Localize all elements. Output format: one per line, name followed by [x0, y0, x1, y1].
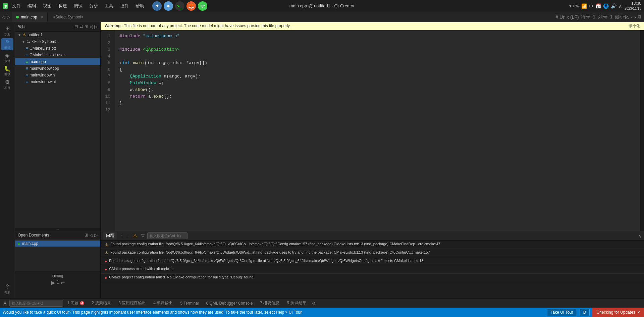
collapse-icon[interactable]: ◁: [90, 24, 93, 29]
sync-icon[interactable]: ⇄: [79, 24, 83, 29]
problems-warn-icon[interactable]: ⚠: [132, 232, 139, 239]
error-icon-3: ●: [105, 267, 107, 272]
tree-cmakelists-user[interactable]: ≡ CMakeLists.txt.user: [15, 52, 100, 58]
tree-mainwindow-ui[interactable]: ≡ mainwindow.ui: [15, 78, 100, 85]
tree-filesystem[interactable]: ▼ 🗂 <File System>: [15, 38, 100, 45]
panel-divider[interactable]: [15, 228, 100, 231]
menu-view[interactable]: 视图: [40, 2, 54, 10]
tab-minimize[interactable]: 最小化: [615, 14, 629, 20]
bottom-tab-appout[interactable]: 3 应用程序输出: [115, 299, 149, 307]
menu-build[interactable]: 构建: [56, 2, 70, 10]
status-message: Would you like to take a quick UI tour? …: [3, 310, 544, 315]
tree-main-cpp[interactable]: ≡ main.cpp: [15, 58, 100, 65]
expand-panel-icon[interactable]: ▷: [94, 24, 98, 29]
code-line-3: #include <QApplication>: [119, 46, 636, 53]
sidebar-item-edit[interactable]: ✎ 编辑: [1, 38, 13, 50]
kde-icon[interactable]: ✦: [152, 1, 162, 11]
warn-icon-0: ⚠: [105, 242, 108, 248]
tab-main-cpp[interactable]: main.cpp ×: [12, 12, 48, 22]
network-icon[interactable]: 📶: [581, 3, 587, 9]
code-line-5: ▼ int main (int argc, char *argv[]): [119, 60, 636, 66]
sidebar-item-help[interactable]: ? 帮助: [1, 283, 13, 295]
open-doc-main-cpp[interactable]: ≡ main.cpp: [15, 241, 100, 247]
settings-icon[interactable]: ⚙: [589, 3, 593, 9]
project-icon: ⚙: [5, 79, 10, 85]
qt-creator-icon[interactable]: Qt: [198, 1, 207, 11]
tab-prev[interactable]: ‹: [631, 14, 633, 20]
open-docs-collapse-icon[interactable]: ◁: [90, 232, 93, 237]
sidebar-item-welcome[interactable]: ⊞ 欢迎: [1, 25, 13, 37]
problems-badge: 3: [80, 301, 85, 305]
problems-tab-issues[interactable]: 问题: [103, 232, 117, 240]
bottom-tab-qml[interactable]: 6 QML Debugger Console: [203, 300, 256, 307]
close-notification-btn[interactable]: ×: [637, 310, 640, 315]
debug-stop-btn[interactable]: ↩: [60, 279, 65, 286]
volume-icon[interactable]: 🔊: [611, 3, 616, 9]
bottom-tab-problems[interactable]: 1 问题 3: [64, 299, 88, 307]
blue-circle-icon[interactable]: ●: [164, 1, 173, 11]
problem-row-2[interactable]: ● Found package configuration file: /opt…: [101, 257, 644, 266]
sidebar-item-debug[interactable]: 🐛 调试: [1, 65, 13, 77]
open-docs-expand-icon[interactable]: ▷: [94, 232, 98, 237]
problems-filter-icon[interactable]: ▽: [140, 232, 146, 239]
menu-tools[interactable]: 工具: [102, 2, 116, 10]
bottom-tab-settings[interactable]: ⚙: [312, 301, 316, 306]
sidebar-item-design[interactable]: ◈ 设计: [1, 52, 13, 64]
bottom-tab-terminal[interactable]: 5 Terminal: [177, 300, 202, 307]
tab-close-btn[interactable]: ×: [41, 14, 43, 20]
minimize-warning-btn[interactable]: 最小化: [629, 23, 640, 29]
project-tree: ▼ ⚠ untitled1 ▼ 🗂 <File System> ≡ CMakeL…: [15, 32, 100, 228]
problems-sort-desc[interactable]: ↓: [126, 232, 131, 239]
calendar-icon[interactable]: 📅: [595, 3, 601, 9]
mainwindow-h-icon: ≡: [26, 73, 28, 77]
bottom-tab-summary[interactable]: 7 概要信息: [257, 299, 283, 307]
activity-bar: ⊞ 欢迎 ✎ 编辑 ◈ 设计 🐛 调试 ⚙ 项目 ? 帮助: [0, 22, 15, 298]
browser-icon[interactable]: 🌐: [603, 3, 609, 9]
problem-row-3[interactable]: ● CMake process exited with exit code 1.: [101, 265, 644, 274]
filter-projects-icon[interactable]: ⊟: [74, 24, 78, 29]
tree-mainwindow-h[interactable]: ≡ mainwindow.h: [15, 72, 100, 78]
menu-edit[interactable]: 编辑: [25, 2, 39, 10]
nav-back[interactable]: ◁: [2, 14, 5, 19]
menu-debug[interactable]: 调试: [71, 2, 85, 10]
mainwindow-ui-icon: ≡: [26, 80, 28, 84]
tree-mainwindow-cpp[interactable]: ≡ mainwindow.cpp: [15, 65, 100, 72]
problems-filter-input[interactable]: [147, 232, 187, 239]
tab-split[interactable]: ⧉: [638, 14, 641, 20]
goto-input[interactable]: [9, 300, 63, 307]
menu-help[interactable]: 帮助: [133, 2, 147, 10]
problem-row-1[interactable]: ⚠ Found package configuration file: /opt…: [101, 249, 644, 257]
problem-text-4: CMake project configuration failed. No C…: [109, 275, 640, 280]
problem-row-4[interactable]: ● CMake project configuration failed. No…: [101, 274, 644, 282]
code-editor[interactable]: #include "mainwindow.h" #include <QAppli…: [115, 30, 640, 231]
add-subproject-icon[interactable]: ⊞: [85, 24, 88, 29]
nav-forward[interactable]: ▷: [7, 14, 10, 19]
problems-close-btn[interactable]: ∧: [638, 233, 641, 239]
bottom-tab-compile[interactable]: 4 编译输出: [150, 299, 176, 307]
take-tour-button[interactable]: Take UI Tour: [547, 309, 577, 316]
fold-arrow[interactable]: ▼: [119, 61, 121, 66]
tree-cmakelists[interactable]: ≡ CMakeLists.txt: [15, 45, 100, 52]
select-symbol-area[interactable]: <Select Symbol>: [48, 12, 89, 22]
clock: 13:30 2023/11/18: [625, 1, 641, 11]
tree-root[interactable]: ▼ ⚠ untitled1: [15, 32, 100, 38]
sidebar-item-project[interactable]: ⚙ 项目: [1, 78, 13, 91]
ln-8: 8: [101, 80, 112, 87]
debug-play-btn[interactable]: ▶: [51, 279, 55, 286]
open-docs-add-icon[interactable]: ⊞: [85, 232, 88, 237]
problem-row-0[interactable]: ⚠ Found package configuration file: /opt…: [101, 241, 644, 249]
terminal-icon[interactable]: >_: [175, 1, 184, 11]
bottom-tab-search[interactable]: 2 搜索结果: [88, 299, 114, 307]
debug-step-over-btn[interactable]: ⤵: [56, 279, 59, 286]
tab-next[interactable]: ›: [634, 14, 636, 20]
bottom-tab-test[interactable]: 9 测试结果: [284, 299, 310, 307]
menu-file[interactable]: 文件: [9, 2, 23, 10]
dismiss-button[interactable]: D: [580, 309, 590, 316]
problems-sort-asc[interactable]: ↑: [119, 232, 124, 239]
menu-analyze[interactable]: 分析: [87, 2, 101, 10]
chevron-icon[interactable]: ∧: [619, 3, 622, 9]
scroll-bar[interactable]: [640, 30, 644, 231]
menu-controls[interactable]: 控件: [117, 2, 131, 10]
status-bar-toggle[interactable]: ≡: [3, 301, 7, 306]
firefox-icon[interactable]: 🦊: [186, 1, 196, 11]
